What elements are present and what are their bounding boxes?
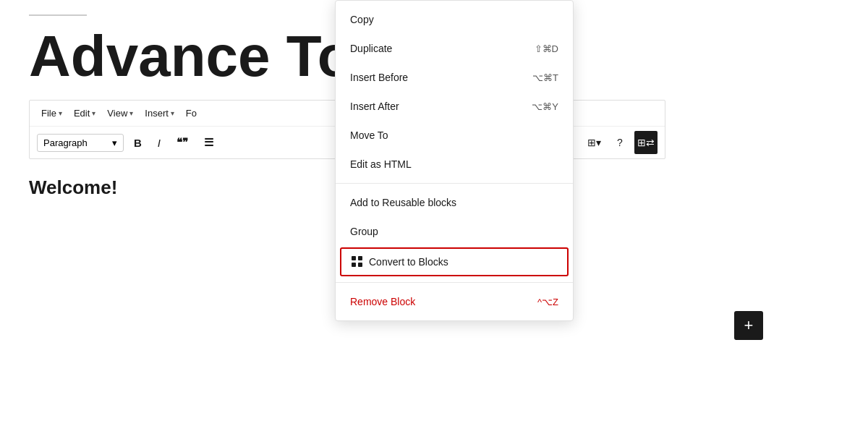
convert-blocks-icon bbox=[352, 256, 363, 268]
help-button[interactable]: ? bbox=[608, 131, 631, 154]
transform-button[interactable]: ⊞⇄ bbox=[634, 131, 658, 154]
insert-caret-icon: ▾ bbox=[171, 109, 174, 117]
menu-fo[interactable]: Fo bbox=[182, 105, 201, 122]
menu-item-insert-after[interactable]: Insert After ⌥⌘Y bbox=[336, 92, 573, 121]
menu-item-edit-html[interactable]: Edit as HTML bbox=[336, 150, 573, 179]
menu-insert[interactable]: Insert ▾ bbox=[140, 105, 179, 122]
convert-blocks-content: Convert to Blocks bbox=[352, 256, 448, 268]
insert-before-label: Insert Before bbox=[350, 72, 408, 83]
table-button[interactable]: ⊞▾ bbox=[582, 131, 605, 154]
group-label: Group bbox=[350, 226, 378, 237]
insert-before-shortcut: ⌥⌘T bbox=[532, 72, 558, 83]
menu-item-move-to[interactable]: Move To bbox=[336, 121, 573, 150]
insert-after-label: Insert After bbox=[350, 101, 399, 112]
menu-item-remove-block[interactable]: Remove Block ^⌥Z bbox=[336, 287, 573, 316]
edit-html-label: Edit as HTML bbox=[350, 158, 412, 170]
menu-file[interactable]: File ▾ bbox=[37, 105, 67, 122]
add-block-button[interactable]: + bbox=[734, 311, 763, 340]
menu-view[interactable]: View ▾ bbox=[103, 105, 137, 122]
context-menu: Copy Duplicate ⇧⌘D Insert Before ⌥⌘T Ins… bbox=[335, 0, 574, 321]
duplicate-label: Duplicate bbox=[350, 43, 392, 54]
insert-after-shortcut: ⌥⌘Y bbox=[532, 101, 558, 112]
quote-button[interactable]: ❝❞ bbox=[171, 133, 194, 152]
add-reusable-label: Add to Reusable blocks bbox=[350, 197, 456, 208]
menu-item-convert-blocks[interactable]: Convert to Blocks bbox=[340, 247, 569, 276]
menu-item-duplicate[interactable]: Duplicate ⇧⌘D bbox=[336, 34, 573, 63]
file-caret-icon: ▾ bbox=[59, 109, 62, 117]
menu-item-copy[interactable]: Copy bbox=[336, 5, 573, 34]
menu-item-add-reusable[interactable]: Add to Reusable blocks bbox=[336, 188, 573, 217]
menu-edit[interactable]: Edit ▾ bbox=[69, 105, 100, 122]
title-part1: Advance bbox=[29, 24, 270, 88]
menu-section-3: Remove Block ^⌥Z bbox=[336, 282, 573, 320]
paragraph-select[interactable]: Paragraph ▾ bbox=[37, 134, 124, 152]
paragraph-caret-icon: ▾ bbox=[112, 137, 117, 148]
menu-item-insert-before[interactable]: Insert Before ⌥⌘T bbox=[336, 63, 573, 92]
bold-button[interactable]: B bbox=[128, 134, 148, 152]
menu-section-2: Add to Reusable blocks Group Convert to … bbox=[336, 183, 573, 282]
edit-caret-icon: ▾ bbox=[92, 109, 95, 117]
menu-item-group[interactable]: Group bbox=[336, 217, 573, 246]
paragraph-label: Paragraph bbox=[43, 137, 88, 148]
italic-button[interactable]: I bbox=[152, 134, 166, 152]
divider bbox=[29, 14, 87, 16]
menu-section-1: Copy Duplicate ⇧⌘D Insert Before ⌥⌘T Ins… bbox=[336, 1, 573, 183]
copy-label: Copy bbox=[350, 14, 374, 25]
convert-blocks-label: Convert to Blocks bbox=[369, 256, 448, 268]
remove-block-label: Remove Block bbox=[350, 296, 415, 307]
remove-block-shortcut: ^⌥Z bbox=[537, 297, 558, 307]
view-caret-icon: ▾ bbox=[129, 109, 133, 117]
list-button[interactable]: ☰ bbox=[198, 133, 219, 152]
move-to-label: Move To bbox=[350, 129, 388, 141]
duplicate-shortcut: ⇧⌘D bbox=[535, 43, 558, 54]
